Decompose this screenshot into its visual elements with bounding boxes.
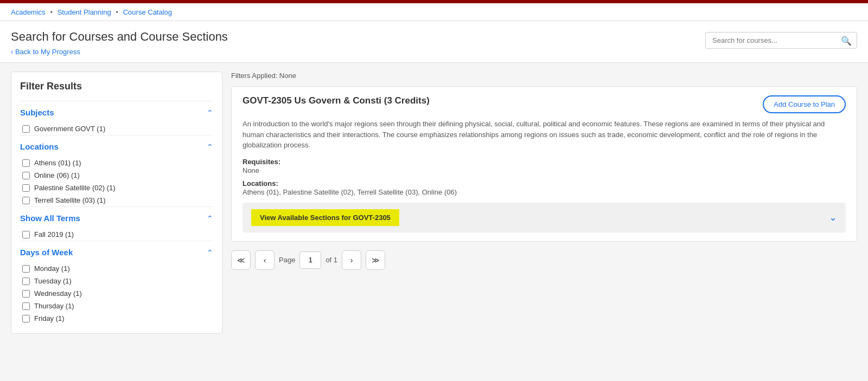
view-sections-bar[interactable]: View Available Sections for GOVT-2305 ⌄ [242, 203, 846, 233]
course-requisites: Requisites: None [242, 157, 846, 175]
filter-item-monday: Monday (1) [20, 262, 213, 275]
subjects-label: Subjects [20, 108, 54, 117]
checkbox-govt[interactable] [22, 125, 30, 133]
next-page-button[interactable]: › [342, 250, 361, 270]
filter-item-monday-label: Monday (1) [34, 264, 70, 273]
course-title: GOVT-2305 Us Govern & Consti (3 Credits) [242, 95, 430, 106]
checkbox-online[interactable] [22, 172, 30, 179]
checkbox-terrell[interactable] [22, 197, 30, 204]
filter-item-terrell: Terrell Satellite (03) (1) [20, 194, 213, 206]
filter-item-thursday: Thursday (1) [20, 300, 213, 312]
expand-sections-icon: ⌄ [829, 211, 837, 223]
add-course-button[interactable]: Add Course to Plan [763, 95, 846, 113]
filter-title: Filter Results [20, 81, 213, 92]
filter-item-govt-label: Government GOVT (1) [34, 125, 105, 133]
days-label: Days of Week [20, 248, 73, 257]
filters-applied-text: Filters Applied: None [231, 72, 857, 80]
filter-item-terrell-label: Terrell Satellite (03) (1) [34, 196, 106, 204]
course-locations: Locations: Athens (01), Palestine Satell… [242, 179, 846, 196]
back-to-progress-link[interactable]: Back to My Progress [11, 48, 80, 56]
checkbox-palestine[interactable] [22, 184, 30, 192]
filter-section-terms: Show All Terms ⌃ Fall 2019 (1) [20, 206, 213, 241]
requisites-value: None [242, 166, 259, 175]
terms-label: Show All Terms [20, 214, 80, 223]
filter-item-palestine-label: Palestine Satellite (02) (1) [34, 184, 116, 192]
checkbox-fall2019[interactable] [22, 231, 30, 238]
filter-section-days: Days of Week ⌃ Monday (1) Tuesday (1) We… [20, 241, 213, 325]
checkbox-monday[interactable] [22, 265, 30, 273]
locations-info-label: Locations: [242, 179, 278, 188]
filter-item-wednesday: Wednesday (1) [20, 287, 213, 300]
locations-label: Locations [20, 142, 59, 151]
terms-section-header[interactable]: Show All Terms ⌃ [20, 207, 213, 228]
subjects-section-header[interactable]: Subjects ⌃ [20, 101, 213, 122]
filter-item-friday: Friday (1) [20, 312, 213, 325]
filter-item-athens-label: Athens (01) (1) [34, 159, 81, 167]
page-title: Search for Courses and Course Sections [11, 30, 228, 44]
last-page-button[interactable]: ≫ [366, 250, 385, 270]
filter-item-thursday-label: Thursday (1) [34, 302, 74, 310]
course-description: An introduction to the world's major reg… [242, 119, 846, 151]
search-icon: 🔍 [841, 35, 852, 46]
checkbox-wednesday[interactable] [22, 290, 30, 298]
filter-section-subjects: Subjects ⌃ Government GOVT (1) [20, 101, 213, 135]
main-layout: Filter Results Subjects ⌃ Government GOV… [0, 63, 868, 379]
filter-item-govt: Government GOVT (1) [20, 122, 213, 135]
terms-chevron-icon: ⌃ [207, 214, 213, 223]
filter-item-fall2019-label: Fall 2019 (1) [34, 230, 74, 238]
view-sections-button[interactable]: View Available Sections for GOVT-2305 [251, 209, 399, 226]
page-header: Search for Courses and Course Sections B… [0, 21, 868, 63]
breadcrumb: Academics • Student Planning • Course Ca… [0, 3, 868, 21]
filter-item-online: Online (06) (1) [20, 169, 213, 182]
pagination: ≪ ‹ Page of 1 › ≫ [231, 250, 857, 270]
header-left: Search for Courses and Course Sections B… [11, 30, 228, 56]
subjects-chevron-icon: ⌃ [207, 108, 213, 117]
filter-sidebar: Filter Results Subjects ⌃ Government GOV… [11, 72, 222, 334]
requisites-label: Requisites: [242, 158, 280, 166]
first-page-button[interactable]: ≪ [231, 250, 251, 270]
filter-item-online-label: Online (06) (1) [34, 171, 80, 179]
filter-item-wednesday-label: Wednesday (1) [34, 289, 82, 298]
filter-section-locations: Locations ⌃ Athens (01) (1) Online (06) … [20, 135, 213, 206]
filter-item-athens: Athens (01) (1) [20, 157, 213, 169]
checkbox-tuesday[interactable] [22, 277, 30, 285]
locations-chevron-icon: ⌃ [207, 143, 213, 151]
breadcrumb-academics[interactable]: Academics [11, 8, 46, 16]
filter-item-tuesday-label: Tuesday (1) [34, 277, 72, 285]
filter-item-fall2019: Fall 2019 (1) [20, 228, 213, 241]
prev-page-button[interactable]: ‹ [255, 250, 275, 270]
filter-item-palestine: Palestine Satellite (02) (1) [20, 182, 213, 194]
filter-item-tuesday: Tuesday (1) [20, 275, 213, 287]
search-input[interactable] [705, 32, 857, 49]
checkbox-athens[interactable] [22, 159, 30, 167]
main-content: Filters Applied: None GOVT-2305 Us Gover… [231, 72, 857, 370]
days-section-header[interactable]: Days of Week ⌃ [20, 241, 213, 262]
locations-info-value: Athens (01), Palestine Satellite (02), T… [242, 188, 457, 196]
page-label: Page [279, 256, 295, 264]
breadcrumb-course-catalog[interactable]: Course Catalog [123, 8, 172, 16]
course-card: GOVT-2305 Us Govern & Consti (3 Credits)… [231, 86, 857, 242]
breadcrumb-student-planning[interactable]: Student Planning [58, 8, 111, 16]
locations-section-header[interactable]: Locations ⌃ [20, 135, 213, 157]
checkbox-friday[interactable] [22, 315, 30, 322]
checkbox-thursday[interactable] [22, 302, 30, 310]
page-input[interactable] [299, 251, 321, 269]
of-label: of 1 [326, 256, 337, 264]
search-container: 🔍 [705, 32, 857, 49]
days-chevron-icon: ⌃ [207, 248, 213, 257]
filter-item-friday-label: Friday (1) [34, 314, 65, 322]
course-header: GOVT-2305 Us Govern & Consti (3 Credits)… [242, 95, 846, 113]
